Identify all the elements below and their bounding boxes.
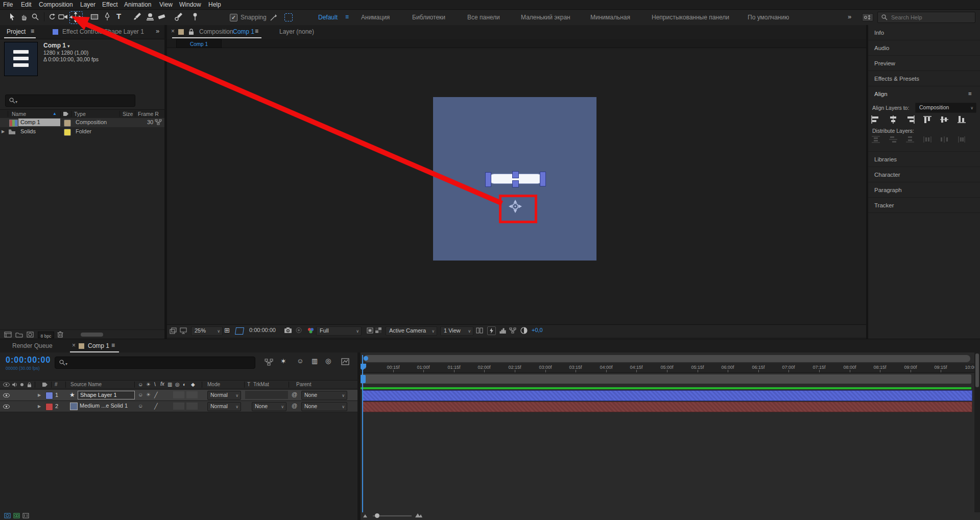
zoom-tool-icon[interactable] bbox=[31, 13, 39, 21]
project-comp-name[interactable]: Comp 1 ▾ bbox=[43, 42, 69, 49]
project-search-input[interactable] bbox=[21, 96, 133, 105]
expander-icon[interactable]: ▶ bbox=[2, 129, 5, 134]
expander-icon[interactable]: ▶ bbox=[38, 404, 41, 409]
show-channels-icon[interactable] bbox=[307, 327, 314, 334]
expand-transfer-controls-icon[interactable] bbox=[13, 513, 20, 518]
color-depth-badge[interactable]: 8 bpc bbox=[38, 332, 54, 338]
project-row-solids[interactable]: ▶ Solids Folder bbox=[0, 127, 164, 136]
help-search-input[interactable] bbox=[890, 13, 974, 22]
work-area-bar[interactable] bbox=[361, 374, 971, 384]
roto-brush-tool-icon[interactable] bbox=[174, 12, 183, 21]
timeline-zoom-slider[interactable] bbox=[373, 515, 412, 516]
zoom-in-mountain-icon[interactable] bbox=[415, 512, 423, 518]
playhead-marker[interactable] bbox=[361, 363, 367, 371]
selection-handle[interactable] bbox=[512, 180, 519, 187]
panel-effects-presets[interactable]: Effects & Presets bbox=[874, 76, 919, 82]
tab-effect-controls[interactable]: Effect Controls Shape Layer 1 bbox=[62, 28, 144, 35]
workspace-menu-icon[interactable]: ≡ bbox=[345, 13, 349, 20]
menu-composition[interactable]: Composition bbox=[39, 1, 73, 8]
snapshot-camera-icon[interactable] bbox=[284, 327, 292, 334]
brush-tool-icon[interactable] bbox=[133, 12, 141, 21]
current-time-display[interactable]: 0:00:00:00 bbox=[6, 356, 51, 365]
align-v-center-button[interactable] bbox=[939, 115, 949, 124]
selection-handle[interactable] bbox=[485, 172, 491, 187]
time-navigator-bar[interactable] bbox=[364, 355, 970, 362]
panel-grip[interactable] bbox=[81, 333, 103, 337]
align-right-button[interactable] bbox=[905, 115, 915, 124]
timeline-search-input[interactable] bbox=[71, 358, 252, 367]
panel-audio[interactable]: Audio bbox=[874, 45, 889, 51]
align-bottom-button[interactable] bbox=[957, 115, 967, 124]
align-left-button[interactable] bbox=[871, 115, 881, 124]
expand-in-out-icon[interactable] bbox=[22, 513, 29, 518]
menu-edit[interactable]: Edit bbox=[21, 1, 32, 8]
selection-handle[interactable] bbox=[540, 172, 546, 186]
snap-to-features-icon[interactable] bbox=[284, 13, 293, 21]
shy-toggle-icon[interactable]: ☺ bbox=[138, 403, 143, 409]
layer-label-swatch[interactable] bbox=[45, 392, 53, 399]
workspace-all-panels[interactable]: Все панели bbox=[467, 14, 500, 21]
timeline-scrollbar[interactable] bbox=[974, 352, 980, 512]
frame-blending-icon[interactable]: ▥ bbox=[312, 357, 318, 365]
quality-toggle-icon[interactable]: ╱ bbox=[154, 392, 158, 398]
eraser-tool-icon[interactable] bbox=[157, 13, 166, 20]
lock-icon[interactable] bbox=[188, 29, 194, 35]
menu-layer[interactable]: Layer bbox=[80, 1, 95, 8]
collapse-toggle-icon[interactable]: ☀ bbox=[146, 392, 151, 397]
label-column-icon[interactable] bbox=[63, 111, 69, 116]
distribute-right-button[interactable] bbox=[957, 135, 967, 144]
zoom-dropdown[interactable]: 25% ∨ bbox=[191, 326, 223, 336]
always-preview-icon[interactable] bbox=[170, 327, 177, 334]
resolution-dropdown[interactable]: Full ∨ bbox=[316, 326, 362, 336]
distribute-v-center-button[interactable] bbox=[888, 135, 898, 144]
share-view-icon[interactable] bbox=[476, 327, 483, 334]
chevron-down-icon[interactable]: ▾ bbox=[65, 362, 67, 366]
col-mode[interactable]: Mode bbox=[207, 382, 220, 387]
primary-viewer-icon[interactable] bbox=[180, 327, 187, 334]
grid-guides-icon[interactable]: ⊞ bbox=[224, 326, 230, 334]
layer-row-1[interactable]: ▶ 1 ★ Shape Layer 1 ☺ ☀ ╱ Normal ∨ @ Non… bbox=[0, 390, 357, 401]
distribute-bottom-button[interactable] bbox=[905, 135, 915, 144]
workspace-undocked[interactable]: Непристыкованные панели bbox=[652, 14, 729, 21]
navigator-start-handle[interactable] bbox=[364, 356, 368, 361]
zoom-out-mountain-icon[interactable] bbox=[363, 513, 369, 518]
tab-render-queue[interactable]: Render Queue bbox=[12, 342, 53, 349]
col-parent[interactable]: Parent bbox=[296, 382, 311, 387]
menu-effect[interactable]: Effect bbox=[102, 1, 117, 8]
tab-project[interactable]: Project bbox=[7, 28, 26, 35]
snapping-checkbox[interactable]: ✓ bbox=[230, 14, 237, 21]
blend-mode-dropdown[interactable]: Normal ∨ bbox=[207, 391, 241, 400]
eye-icon[interactable] bbox=[3, 405, 10, 409]
trash-icon[interactable] bbox=[57, 331, 63, 338]
tab-composition-title[interactable]: Composition bbox=[199, 28, 233, 35]
layer-row-2[interactable]: ▶ 2 Medium ...e Solid 1 ☺ ╱ Normal ∨ Non… bbox=[0, 401, 357, 412]
workspace-animation[interactable]: Анимация bbox=[361, 14, 390, 21]
col-frame-rate[interactable]: Frame R bbox=[138, 111, 159, 117]
timeline-zoom-thumb[interactable] bbox=[375, 513, 379, 518]
close-icon[interactable]: × bbox=[171, 28, 175, 35]
distribute-left-button[interactable] bbox=[922, 135, 933, 144]
menu-help[interactable]: Help bbox=[208, 1, 221, 8]
pickwhip-icon[interactable]: @ bbox=[292, 403, 297, 409]
tab-timeline-comp[interactable]: Comp 1 bbox=[88, 342, 109, 349]
workspace-default-ru[interactable]: По умолчанию bbox=[748, 14, 789, 21]
draft-3d-icon[interactable]: ✶ bbox=[280, 357, 286, 365]
playhead-handle[interactable] bbox=[361, 375, 366, 383]
selection-handle[interactable] bbox=[512, 171, 519, 178]
layer-name-box[interactable]: Shape Layer 1 bbox=[78, 391, 135, 399]
tab-composition-comp[interactable]: Comp 1 bbox=[233, 28, 254, 35]
rectangle-tool-icon[interactable] bbox=[90, 14, 99, 20]
chevron-down-icon[interactable]: ▾ bbox=[15, 100, 17, 104]
viewer-panel-menu-icon[interactable]: ≡ bbox=[255, 28, 258, 35]
project-row-comp1[interactable]: Comp 1 Composition 30 bbox=[0, 118, 164, 127]
quality-toggle-icon[interactable]: ╱ bbox=[154, 403, 158, 410]
expander-icon[interactable]: ▶ bbox=[38, 393, 41, 397]
col-type[interactable]: Type bbox=[74, 111, 86, 117]
col-number[interactable]: # bbox=[55, 382, 58, 387]
comp-label-swatch[interactable] bbox=[178, 29, 184, 35]
menu-view[interactable]: View bbox=[159, 1, 173, 8]
blend-mode-dropdown[interactable]: Normal ∨ bbox=[207, 402, 241, 411]
shy-toggle-icon[interactable]: ☺ bbox=[138, 392, 143, 397]
fast-previews-icon[interactable] bbox=[367, 327, 373, 334]
graph-editor-icon[interactable] bbox=[341, 358, 349, 365]
